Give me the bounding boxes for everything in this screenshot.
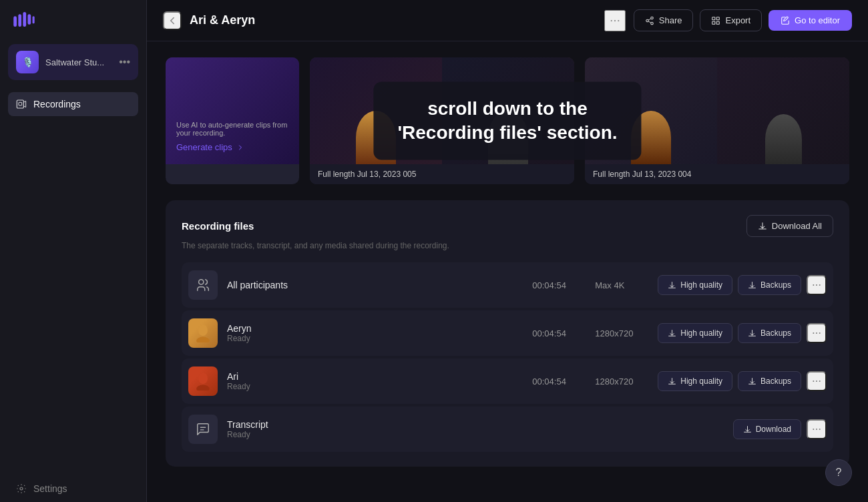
svg-rect-1 [18, 14, 21, 27]
svg-point-21 [819, 284, 821, 286]
ari-more-button[interactable] [807, 371, 827, 391]
export-button[interactable]: Export [700, 9, 762, 31]
back-icon [166, 15, 178, 27]
svg-rect-4 [33, 16, 35, 23]
aeryn-actions: High quality Backups [658, 323, 827, 343]
main-content: Ari & Aeryn Share [147, 0, 868, 502]
aeryn-avatar [188, 318, 218, 348]
aeryn-hq-button[interactable]: High quality [658, 323, 732, 343]
svg-point-12 [646, 19, 649, 22]
ari-backups-label: Backups [761, 376, 791, 386]
svg-point-7 [20, 487, 23, 490]
aeryn-name: Aeryn [227, 323, 523, 334]
transcript-actions: Download [733, 419, 827, 439]
all-participants-backups-button[interactable]: Backups [738, 275, 801, 295]
thumb-005-label: Full length Jul 13, 2023 005 [310, 164, 574, 184]
download-hq-icon [668, 281, 676, 290]
download-all-label: Download All [772, 221, 822, 231]
aeryn-backups-button[interactable]: Backups [738, 323, 801, 343]
all-participants-duration: 00:04:54 [532, 280, 586, 290]
download-icon-4 [743, 425, 752, 434]
svg-point-11 [651, 17, 654, 19]
ari-duration: 00:04:54 [532, 376, 586, 387]
svg-rect-6 [19, 102, 22, 105]
more-row-icon-3 [811, 376, 822, 387]
transcript-info: Transcript Ready [227, 419, 598, 439]
sidebar: 🎙️ Saltwater Stu... ••• Recordings Setti… [0, 0, 147, 502]
recordings-icon [16, 99, 27, 109]
help-button[interactable]: ? [825, 459, 852, 486]
svg-rect-14 [712, 17, 715, 19]
aeryn-face [188, 318, 218, 348]
recording-title: Ari & Aeryn [190, 13, 596, 27]
workspace-selector[interactable]: 🎙️ Saltwater Stu... ••• [8, 44, 138, 80]
help-icon: ? [836, 467, 842, 479]
logo [0, 0, 146, 39]
svg-point-24 [813, 332, 814, 334]
svg-rect-0 [13, 16, 17, 27]
all-participants-name: All participants [227, 280, 523, 290]
rf-rows: All participants 00:04:54 Max 4K High qu… [182, 262, 833, 452]
aeryn-more-button[interactable] [807, 323, 827, 343]
all-participants-hq-button[interactable]: High quality [658, 275, 732, 295]
transcript-more-button[interactable] [807, 419, 827, 439]
settings-label: Settings [33, 483, 67, 494]
thumbnails-row: Use AI to auto-generate clips from your … [166, 57, 849, 184]
ari-backups-button[interactable]: Backups [738, 371, 801, 391]
share-label: Share [659, 15, 682, 25]
share-icon [645, 16, 654, 25]
svg-point-13 [651, 22, 654, 25]
all-participants-actions: High quality Backups [658, 275, 827, 295]
back-button[interactable] [163, 11, 182, 30]
svg-point-31 [819, 381, 821, 382]
svg-rect-3 [28, 14, 31, 25]
sidebar-nav: Recordings [0, 85, 146, 475]
all-participants-icon [196, 278, 210, 292]
ari-info: Ari Ready [227, 371, 523, 391]
transcript-status: Ready [227, 430, 598, 439]
ari-name: Ari [227, 371, 523, 382]
aeryn-info: Aeryn Ready [227, 323, 523, 343]
generate-clips-btn[interactable]: Generate clips [176, 142, 288, 152]
ari-hq-button[interactable]: High quality [658, 371, 732, 391]
ari-hq-label: High quality [680, 376, 722, 386]
thumbnail-clips[interactable]: Use AI to auto-generate clips from your … [166, 57, 299, 184]
svg-rect-16 [712, 21, 715, 24]
thumb-005-duration: 04:54 [542, 130, 569, 140]
sidebar-item-settings[interactable]: Settings [0, 475, 146, 502]
thumbnail-004[interactable]: Full length Jul 13, 2023 004 [585, 57, 849, 184]
thumb-004-img [585, 57, 849, 164]
generate-clips-label: Generate clips [176, 142, 232, 152]
more-row-icon-4 [811, 424, 822, 435]
content-area: scroll down to the'Recording files' sect… [147, 41, 868, 502]
transcript-icon [196, 422, 210, 437]
workspace-more-icon[interactable]: ••• [119, 56, 130, 68]
sidebar-item-recordings[interactable]: Recordings [8, 92, 138, 116]
svg-point-22 [198, 324, 208, 336]
download-all-icon [758, 222, 767, 231]
all-participants-resolution: Max 4K [595, 280, 648, 290]
ari-actions: High quality Backups [658, 371, 827, 391]
all-participants-more-button[interactable] [807, 275, 827, 295]
recording-files-section: Recording files Download All The separat… [166, 200, 849, 467]
ari-resolution: 1280x720 [595, 376, 648, 387]
table-row: All participants 00:04:54 Max 4K High qu… [182, 262, 833, 308]
more-options-button[interactable] [604, 10, 626, 31]
editor-label: Go to editor [795, 15, 840, 25]
topbar-actions: Share Export Go to editor [634, 9, 852, 31]
svg-point-26 [819, 332, 821, 334]
share-button[interactable]: Share [634, 9, 694, 31]
svg-point-36 [819, 429, 821, 430]
transcript-download-button[interactable]: Download [733, 419, 801, 439]
svg-point-35 [816, 429, 817, 430]
workspace-avatar: 🎙️ [16, 51, 39, 73]
aeryn-hq-label: High quality [680, 328, 722, 338]
svg-point-30 [816, 381, 817, 382]
svg-point-10 [618, 19, 619, 21]
transcript-avatar [188, 415, 218, 444]
thumbnail-005[interactable]: 04:54 Full length Jul 13, 2023 005 [310, 57, 574, 184]
recordings-label: Recordings [33, 99, 81, 109]
go-to-editor-button[interactable]: Go to editor [769, 10, 852, 31]
download-all-button[interactable]: Download All [746, 215, 833, 237]
aeryn-face-svg [194, 324, 212, 342]
